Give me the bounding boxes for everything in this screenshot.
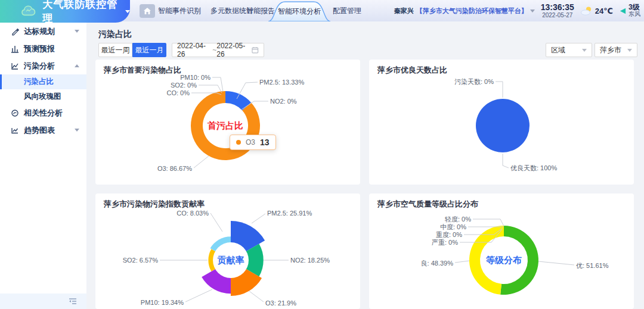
chevron-down-icon — [582, 49, 587, 52]
nav-item-label: 智能环境分析 — [268, 0, 330, 21]
city-select-value: 萍乡市 — [600, 45, 621, 55]
sun-cloud-icon — [580, 6, 593, 15]
city-select[interactable]: 萍乡市 — [595, 43, 637, 57]
chart-label: 严重: 0% — [432, 239, 458, 246]
analysis-icon — [11, 62, 19, 70]
home-button[interactable] — [140, 4, 155, 18]
chart-center-label: 首污占比 — [207, 120, 243, 130]
aqi-level-donut-chart: 轻度: 0%中度: 0%重度: 0%严重: 0%良: 48.39%优: 51.6… — [369, 208, 634, 309]
nav-item-config[interactable]: 配置管理 — [333, 0, 361, 21]
chart-label: PM2.5: 13.33% — [259, 79, 304, 86]
label-leader-line — [194, 156, 209, 168]
chart-label: CO: 0% — [166, 89, 190, 96]
chevron-down-icon — [125, 10, 130, 13]
label-leader-line — [210, 213, 222, 232]
contribution-rose-chart: CO: 8.03%PM2.5: 25.91%SO2: 6.57%NO2: 18.… — [95, 208, 360, 309]
chart-label: O3: 86.67% — [157, 165, 192, 172]
home-icon — [143, 7, 151, 15]
platform-name: 【萍乡市大气污染防治环保智慧平台】 — [416, 7, 528, 15]
label-leader-line — [538, 261, 574, 265]
label-leader-line — [212, 77, 223, 92]
tooltip-series-name: O3 — [246, 138, 255, 146]
chevron-down-icon — [627, 49, 632, 52]
label-leader-line — [252, 214, 265, 223]
good-days-pie-chart: 污染天数: 0%优良天数: 100% — [369, 74, 634, 185]
chart-label: SO2: 0% — [171, 82, 197, 89]
nav-item-env-analysis[interactable]: 智能环境分析 — [268, 0, 330, 21]
sidebar-item-standard-planning[interactable]: 达标规划 — [0, 23, 86, 40]
sidebar-item-label: 达标规划 — [24, 26, 55, 37]
temperature: 24℃ — [595, 7, 613, 15]
label-leader-line — [199, 85, 222, 93]
app-title: 大气联防联控管理 — [42, 0, 120, 25]
wind-widget: 3级 东风 — [619, 4, 640, 17]
chevron-down-icon — [530, 10, 535, 13]
sidebar-item-pollution-analysis[interactable]: 污染分析 — [0, 57, 86, 74]
date-end: 2022-05-26 — [216, 42, 252, 58]
sidebar-collapse-button[interactable] — [0, 294, 86, 309]
label-leader-line — [503, 154, 509, 168]
chart-label: SO2: 6.57% — [123, 257, 159, 264]
primary-pollutant-donut-chart: PM10: 0%SO2: 0%CO: 0%PM2.5: 13.33%NO2: 0… — [95, 74, 360, 185]
chart-center-label: 等级分布 — [485, 255, 522, 265]
region-select[interactable]: 区域 — [546, 43, 592, 57]
date-start: 2022-04-26 — [177, 42, 212, 58]
date-range-picker[interactable]: 2022-04-26 ~ 2022-05-26 — [172, 43, 264, 57]
chart-label: 污染天数: 0% — [454, 78, 494, 85]
sidebar-item-wind-rose[interactable]: 风向玫瑰图 — [0, 89, 86, 104]
label-leader-line — [455, 261, 469, 263]
chart-label: PM2.5: 25.91% — [267, 210, 312, 217]
sidebar-item-forecast[interactable]: 预测预报 — [0, 40, 86, 57]
chart-label: 优良天数: 100% — [510, 164, 557, 171]
main-content: 污染占比 最近一周 最近一月 2022-04-26 ~ 2022-05-26 区… — [86, 21, 644, 309]
wind-flag-icon — [619, 7, 627, 15]
panel-aqi-level: 萍乡市空气质量等级占比分布 轻度: 0%中度: 0%重度: 0%严重: 0%良:… — [369, 193, 634, 309]
tooltip-series-value: 13 — [260, 138, 270, 147]
panel-contribution-rate: 萍乡市污染物污染指数贡献率 CO: 8.03%PM2.5: 25.91%SO2:… — [95, 193, 360, 309]
chart-label: 轻度: 0% — [445, 216, 471, 223]
user-menu[interactable]: 秦家兴 【萍乡市大气污染防治环保智慧平台】 — [394, 7, 535, 15]
chart-label: NO2: 18.25% — [290, 257, 330, 264]
trend-icon — [11, 126, 19, 135]
label-leader-line — [496, 82, 503, 98]
cloud-logo-icon — [20, 4, 36, 18]
weather-widget: 24℃ — [580, 6, 613, 15]
chart-label: 优: 51.61% — [576, 262, 609, 269]
chart-label: CO: 8.03% — [177, 210, 209, 217]
current-time: 13:36:35 — [541, 3, 574, 12]
bar-chart-icon — [11, 45, 19, 53]
range-last-month-button[interactable]: 最近一月 — [132, 43, 166, 57]
panel-primary-pollutant: 萍乡市首要污染物占比 PM10: 0%SO2: 0%CO: 0%PM2.5: 1… — [95, 60, 360, 185]
nav-item-event-recognition[interactable]: 智能事件识别 — [158, 0, 201, 21]
sidebar-item-pollution-share[interactable]: 污染占比 — [0, 74, 86, 89]
top-header: 大气联防联控管理 智能事件识别 多元数据统计 智能报告 智能环境分析 配置管理 … — [0, 0, 644, 21]
clock: 13:36:35 2022-05-27 — [541, 3, 574, 18]
series-dot — [236, 140, 241, 145]
sidebar-item-trend-charts[interactable]: 趋势图表 — [0, 121, 86, 139]
chevron-down-icon — [75, 129, 79, 132]
chart-label: PM10: 0% — [180, 74, 210, 81]
chart-label: 良: 48.39% — [421, 260, 454, 267]
sidebar-item-label: 相关性分析 — [24, 108, 63, 118]
pie-slice-优良天数[interactable] — [476, 99, 530, 152]
page-title: 污染占比 — [98, 29, 132, 40]
chevron-down-icon — [75, 30, 79, 33]
sidebar-item-correlation-analysis[interactable]: 相关性分析 — [0, 104, 86, 121]
chart-label: O3: 21.9% — [265, 299, 296, 307]
sidebar-item-label: 趋势图表 — [24, 125, 55, 136]
sidebar-item-label: 预测预报 — [24, 43, 55, 54]
collapse-sidebar-icon — [69, 298, 77, 305]
app-brand[interactable]: 大气联防联控管理 — [0, 0, 130, 23]
chart-tooltip: O3 13 — [230, 135, 276, 150]
panel-good-days: 萍乡市优良天数占比 污染天数: 0%优良天数: 100% — [369, 60, 634, 185]
user-name: 秦家兴 — [394, 7, 414, 15]
calendar-icon — [252, 46, 259, 54]
pen-icon — [11, 27, 19, 36]
range-last-week-button[interactable]: 最近一周 — [98, 43, 132, 57]
chart-label: 重度: 0% — [436, 231, 462, 238]
region-select-value: 区域 — [551, 45, 565, 55]
correlation-icon — [11, 109, 19, 117]
chevron-up-icon — [75, 64, 79, 67]
label-leader-line — [185, 289, 212, 302]
chart-label: 中度: 0% — [440, 223, 466, 230]
